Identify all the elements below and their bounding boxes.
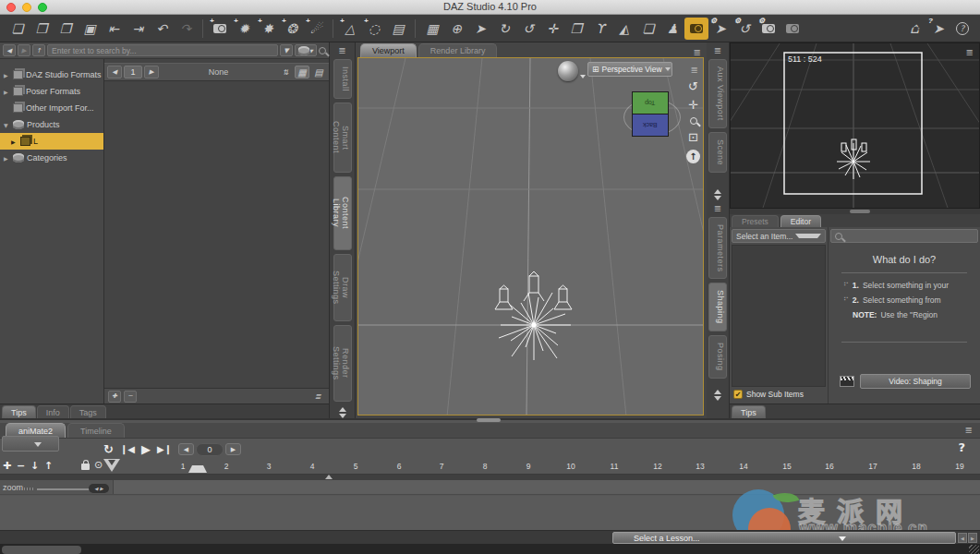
- timeline-ruler[interactable]: ✚ − ↓ ↑ ⊙ 1 2 3 4 5 6 7 8 9 10 11 12 13 …: [0, 458, 980, 475]
- remove-content-button[interactable]: −: [124, 391, 137, 403]
- search-history-dropdown[interactable]: ▼: [280, 44, 293, 56]
- keyframe-block[interactable]: [188, 465, 207, 473]
- database-filter-button[interactable]: ▼: [295, 44, 317, 56]
- remove-track-button[interactable]: −: [17, 460, 25, 472]
- open-file-button[interactable]: ❒: [30, 18, 54, 40]
- lock-icon[interactable]: [81, 464, 90, 470]
- lesson-selector-dropdown[interactable]: Select a Lesson...: [612, 532, 956, 544]
- lesson-prev-button[interactable]: ◀: [958, 533, 967, 543]
- undo-button[interactable]: ↶: [150, 18, 174, 40]
- help-button[interactable]: ?: [950, 18, 974, 40]
- next-page-button[interactable]: ▶: [144, 66, 159, 78]
- zoom-slider-handle[interactable]: ◀▶: [89, 484, 109, 493]
- view-cube-back-face[interactable]: Back: [632, 114, 669, 137]
- animate-help-button[interactable]: ?: [958, 440, 965, 454]
- tree-item-l-selected[interactable]: ▶L: [0, 133, 103, 150]
- play-button[interactable]: ▶: [141, 442, 151, 456]
- animate-block-area[interactable]: [0, 496, 980, 530]
- render-button[interactable]: [780, 18, 805, 40]
- whats-this-button[interactable]: ?➤: [926, 18, 950, 40]
- export-button[interactable]: ⇥: [126, 18, 150, 40]
- new-linear-point-light-button[interactable]: +❂: [280, 18, 304, 40]
- zoom-camera-icon[interactable]: [690, 117, 697, 125]
- list-view-button[interactable]: ▤: [311, 66, 326, 78]
- figure-posing-tool-button[interactable]: ♟: [660, 18, 684, 40]
- panel-menu-icon[interactable]: ≣: [714, 203, 721, 213]
- tree-item-other-import-formats[interactable]: Other Import For...: [0, 100, 103, 116]
- animate-dropdown[interactable]: [2, 436, 59, 452]
- thumbnail-size-button[interactable]: ≣: [310, 390, 325, 403]
- tab-render-settings[interactable]: Render Settings: [333, 325, 352, 402]
- merge-file-button[interactable]: ❐: [54, 18, 78, 40]
- shaping-search-field[interactable]: [830, 229, 978, 243]
- viewport-canvas[interactable]: ⊞ Perspective View ≣ Top Back ↺ ✛ ⊡ ↑: [357, 57, 704, 416]
- scroll-down-icon[interactable]: [714, 396, 721, 401]
- panel-menu-icon[interactable]: ≣: [966, 47, 974, 57]
- tree-item-categories[interactable]: ▶Categories: [0, 150, 103, 166]
- new-null-button[interactable]: +◌: [362, 18, 386, 40]
- add-track-button[interactable]: ✚: [3, 460, 11, 472]
- style-sphere-button[interactable]: [558, 61, 578, 81]
- animate-track-area[interactable]: [113, 480, 980, 494]
- tab-info[interactable]: Info: [37, 405, 69, 418]
- move-track-up-button[interactable]: ↑: [44, 460, 53, 472]
- panel-menu-icon[interactable]: ≣: [965, 425, 973, 435]
- tab-tips[interactable]: Tips: [732, 405, 766, 418]
- search-icon[interactable]: [319, 47, 326, 54]
- scroll-up-icon[interactable]: [714, 390, 721, 394]
- tab-content-library[interactable]: Content Library: [333, 176, 352, 250]
- rotate-tool-button[interactable]: ↻: [492, 18, 516, 40]
- joint-editor-tool-button[interactable]: ϒ: [588, 18, 612, 40]
- tab-aux-viewport[interactable]: Aux Viewport: [708, 59, 727, 128]
- frame-decrement-button[interactable]: ◀: [178, 443, 194, 455]
- scroll-up-icon[interactable]: [714, 189, 721, 194]
- node-selection-tool-button[interactable]: ➤: [468, 18, 492, 40]
- aux-viewport[interactable]: 511 : 524 ≣: [730, 42, 980, 209]
- current-frame-value[interactable]: 0: [196, 443, 224, 456]
- pan-camera-icon[interactable]: ✛: [688, 99, 698, 111]
- tree-item-poser-formats[interactable]: ▶Poser Formats: [0, 83, 103, 100]
- save-button[interactable]: ▣: [78, 18, 102, 40]
- redo-button[interactable]: ↷: [174, 18, 198, 40]
- panel-menu-icon[interactable]: ≣: [338, 45, 345, 55]
- tab-tips[interactable]: Tips: [2, 405, 36, 418]
- skip-to-end-button[interactable]: ▶❙: [157, 444, 172, 454]
- new-file-button[interactable]: ❏: [6, 18, 30, 40]
- move-track-down-button[interactable]: ↓: [30, 460, 39, 472]
- tab-parameters[interactable]: Parameters: [708, 217, 727, 280]
- spot-render-tool-button[interactable]: [684, 18, 708, 40]
- show-sub-items-label[interactable]: Show Sub Items: [746, 390, 804, 399]
- tree-item-daz-studio-formats[interactable]: ▶DAZ Studio Formats: [0, 66, 103, 83]
- universal-manipulator-button[interactable]: ⊕: [444, 18, 468, 40]
- tab-scene[interactable]: Scene: [708, 132, 727, 173]
- tab-viewport[interactable]: Viewport: [360, 43, 417, 57]
- view-cube-top-face[interactable]: Top: [632, 91, 669, 114]
- add-content-button[interactable]: ✚: [108, 391, 121, 403]
- import-button[interactable]: ⇤: [102, 18, 126, 40]
- frame-camera-icon[interactable]: ⊡: [688, 131, 698, 143]
- surface-selection-tool-button[interactable]: ❏: [636, 18, 660, 40]
- tab-presets[interactable]: Presets: [732, 215, 779, 227]
- tree-item-products[interactable]: ▼Products: [0, 116, 103, 133]
- content-grid-button[interactable]: ▦: [420, 18, 444, 40]
- splitter-handle[interactable]: [850, 210, 870, 213]
- camera-selector-dropdown[interactable]: ⊞ Perspective View: [587, 62, 672, 77]
- sort-button[interactable]: ⇅: [278, 66, 293, 78]
- item-selector-dropdown[interactable]: Select an Item...: [732, 229, 826, 243]
- viewport-hscroll-handle[interactable]: [477, 418, 501, 422]
- chevron-down-icon[interactable]: [580, 75, 586, 78]
- new-spotlight-button[interactable]: +☄: [304, 18, 328, 40]
- surfaces-settings-button[interactable]: ⚙↺: [732, 18, 756, 40]
- search-input[interactable]: [47, 44, 278, 56]
- tab-install[interactable]: Install: [333, 59, 352, 99]
- new-distant-light-button[interactable]: +✹: [232, 18, 256, 40]
- frame-increment-button[interactable]: ▶: [225, 443, 241, 455]
- new-primitive-button[interactable]: +△: [338, 18, 362, 40]
- geometry-editor-tool-button[interactable]: ◭: [612, 18, 636, 40]
- scroll-up-icon[interactable]: [325, 475, 333, 479]
- new-camera-button[interactable]: +: [208, 18, 232, 40]
- skip-to-start-button[interactable]: ❙◀: [120, 444, 135, 454]
- resize-grip[interactable]: [969, 545, 979, 554]
- scroll-up-icon[interactable]: [339, 407, 346, 412]
- tab-smart-content[interactable]: Smart Content: [333, 102, 352, 173]
